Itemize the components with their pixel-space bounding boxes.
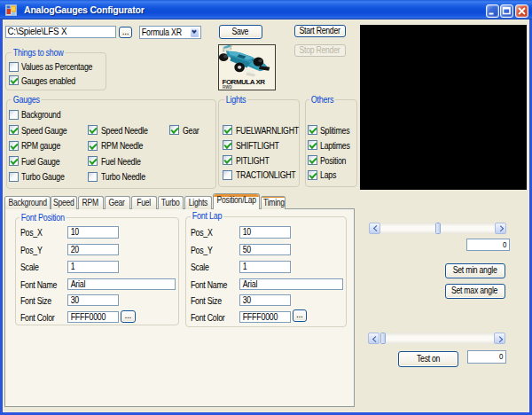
svg-text:RWD: RWD — [223, 84, 232, 89]
